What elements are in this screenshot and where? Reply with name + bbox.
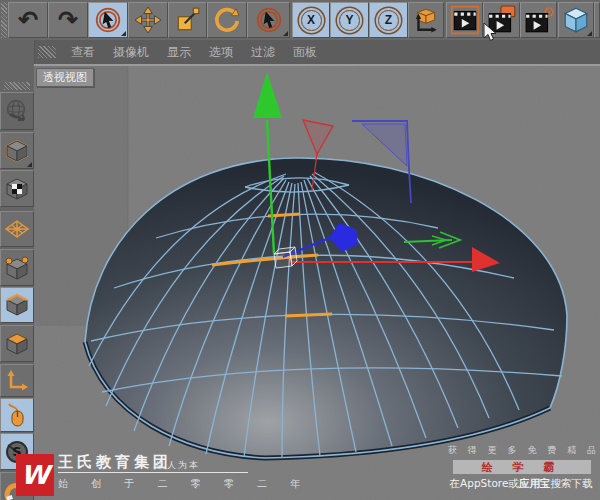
edges-mode-cube-icon [4, 292, 30, 318]
mouse-icon [4, 402, 30, 428]
menu-options[interactable]: 选项 [200, 41, 242, 64]
flyout-indicator [587, 31, 592, 36]
points-mode-button[interactable] [0, 249, 34, 286]
workplane-grid-icon [4, 216, 30, 242]
render-settings-icon: ⚙ [524, 5, 554, 35]
flyout-indicator [121, 31, 126, 36]
edges-mode-button[interactable] [0, 287, 34, 323]
x-axis-lock-button[interactable]: X [292, 2, 330, 38]
z-axis-icon: Z [378, 10, 399, 31]
selection-tool-button[interactable] [247, 2, 290, 38]
rotate-icon [213, 6, 241, 34]
make-editable-button[interactable] [0, 92, 34, 130]
render-view-icon [450, 5, 480, 35]
scale-tool-button[interactable] [168, 2, 207, 38]
texture-mode-button[interactable] [0, 170, 34, 207]
menu-filter[interactable]: 过滤 [242, 41, 284, 64]
scene-3d [34, 66, 600, 500]
polygons-mode-cube-icon [4, 331, 30, 357]
flyout-indicator [283, 31, 288, 36]
z-axis-lock-button[interactable]: Z [369, 2, 408, 38]
flyout-indicator [27, 463, 32, 468]
model-mode-button[interactable] [0, 132, 34, 169]
move-icon [134, 6, 162, 34]
menu-display[interactable]: 显示 [158, 41, 200, 64]
polygons-mode-button[interactable] [0, 325, 34, 362]
snapping-magnet-button[interactable] [0, 472, 34, 500]
axis-icon [4, 368, 30, 394]
gizmo-origin-handle[interactable] [274, 247, 297, 268]
points-mode-cube-icon [4, 255, 30, 281]
render-view-button[interactable] [446, 2, 483, 38]
render-picture-viewer-icon [487, 5, 517, 35]
move-tool-button[interactable] [128, 2, 168, 38]
spline-pen-icon [597, 8, 599, 32]
y-axis-lock-button[interactable]: Y [330, 2, 369, 38]
c4d-window: ↶ ↷ [0, 0, 600, 500]
add-spline-button[interactable] [594, 2, 600, 38]
menubar-grip[interactable] [38, 46, 56, 58]
make-editable-globe-icon [4, 98, 30, 124]
texture-mode-cube-icon [4, 176, 30, 202]
undo-icon: ↶ [18, 8, 38, 32]
scale-icon [174, 6, 202, 34]
snap-s-button[interactable]: S [0, 433, 34, 470]
menu-camera[interactable]: 摄像机 [104, 41, 158, 64]
selection-cursor-icon [255, 6, 283, 34]
add-primitive-cube-button[interactable] [558, 2, 594, 38]
x-axis-icon: X [301, 10, 322, 31]
model-mode-cube-icon [4, 138, 30, 164]
coordinate-system-button[interactable] [408, 2, 444, 38]
menu-panel[interactable]: 面板 [284, 41, 326, 64]
undo-button[interactable]: ↶ [8, 2, 48, 38]
rotate-tool-button[interactable] [207, 2, 247, 38]
workplane-mode-button[interactable] [0, 211, 34, 247]
enable-axis-button[interactable] [0, 364, 34, 397]
mode-toolbar: S [0, 40, 35, 500]
render-picture-viewer-button[interactable] [483, 2, 520, 38]
perspective-viewport[interactable]: 透视视图 [34, 64, 600, 500]
viewport-menubar: 查看 摄像机 显示 选项 过滤 面板 [34, 40, 600, 64]
cube-primitive-icon [562, 6, 590, 34]
y-axis-icon: Y [339, 10, 360, 31]
top-toolbar: ↶ ↷ [0, 0, 600, 41]
render-settings-button[interactable]: ⚙ [520, 2, 557, 38]
sidebar-grip[interactable] [4, 82, 30, 90]
flyout-indicator [27, 162, 32, 167]
selection-cursor-icon [94, 6, 122, 34]
live-selection-button[interactable] [88, 2, 128, 38]
menu-view[interactable]: 查看 [62, 41, 104, 64]
checkerboard-icon [12, 184, 22, 194]
snap-letter: S [12, 444, 21, 459]
redo-icon: ↷ [58, 8, 78, 32]
toolbar-grip[interactable] [1, 2, 7, 38]
viewport-label[interactable]: 透视视图 [36, 68, 94, 87]
mouse-interaction-button[interactable] [0, 398, 34, 432]
redo-button[interactable]: ↷ [48, 2, 88, 38]
magnet-icon [4, 478, 30, 500]
coordinate-system-icon [412, 6, 440, 34]
